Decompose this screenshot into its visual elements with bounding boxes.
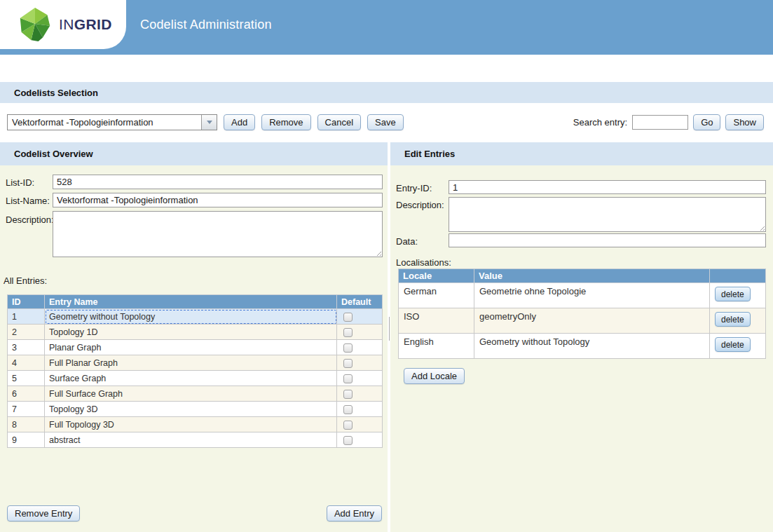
entry-row[interactable]: 6Full Surface Graph [8,386,383,402]
entry-row[interactable]: 5Surface Graph [8,371,383,386]
default-checkbox[interactable] [343,374,353,383]
entry-id-cell: 8 [8,417,45,432]
panel-divider [389,317,390,341]
locale-value-cell: Geometry without Topology [474,334,710,359]
codelists-selection-header: Codelists Selection [0,82,773,103]
locale-action-cell: delete [710,334,766,359]
save-button[interactable]: Save [367,114,404,130]
entry-name-column-header: Entry Name [45,295,337,309]
entry-row[interactable]: 9abstract [8,432,383,448]
remove-entry-button[interactable]: Remove Entry [7,505,80,521]
default-checkbox[interactable] [343,390,353,399]
add-button[interactable]: Add [224,114,255,130]
codelist-overview-title: Codelist Overview [14,149,93,159]
selection-controls: Add Remove Cancel Save Search entry: Go … [0,103,773,142]
app-header: INGRID Codelist Administration [0,0,773,55]
entry-name-cell[interactable]: Full Topology 3D [45,417,337,432]
entry-description-textarea[interactable] [449,197,766,232]
entry-id-input[interactable] [449,180,766,194]
description-textarea[interactable] [53,211,383,257]
entry-default-cell [337,432,383,448]
search-entry-input[interactable] [632,115,688,130]
entry-name-cell[interactable]: Geometry without Topology [45,309,337,325]
chevron-down-icon [207,121,212,124]
codelist-combobox[interactable] [7,114,217,130]
locale-column-header: Locale [399,269,474,283]
default-column-header: Default [337,295,383,309]
list-id-input[interactable] [53,175,383,189]
default-checkbox[interactable] [343,405,353,414]
delete-locale-button[interactable]: delete [715,312,751,327]
cancel-button[interactable]: Cancel [317,114,361,130]
add-entry-button[interactable]: Add Entry [327,505,382,521]
show-button[interactable]: Show [725,114,764,130]
go-button[interactable]: Go [693,114,720,130]
entry-name-cell[interactable]: Topology 3D [45,402,337,417]
default-checkbox[interactable] [343,436,353,445]
remove-button[interactable]: Remove [261,114,310,130]
all-entries-label: All Entries: [4,275,47,286]
codelist-overview-panel: Codelist Overview List-ID: List-Name: De… [0,142,388,532]
page-title: Codelist Administration [140,0,272,49]
entry-name-cell[interactable]: Surface Graph [45,371,337,386]
entry-id-cell: 2 [8,325,45,340]
entry-default-cell [337,371,383,386]
entry-row[interactable]: 1Geometry without Topology [8,309,383,325]
ingrid-logo[interactable]: INGRID [0,0,126,49]
entry-name-cell[interactable]: Full Planar Graph [45,355,337,371]
default-checkbox[interactable] [343,359,353,368]
entry-id-cell: 9 [8,432,45,448]
list-id-label: List-ID: [6,177,34,188]
list-name-input[interactable] [53,193,383,207]
locale-value-cell: Geometrie ohne Topologie [474,283,710,308]
localisations-label: Localisations: [396,257,451,268]
delete-locale-button[interactable]: delete [715,337,751,352]
entry-row[interactable]: 2Topology 1D [8,325,383,340]
entry-id-cell: 7 [8,402,45,417]
entry-name-cell[interactable]: Planar Graph [45,340,337,355]
entry-name-cell[interactable]: abstract [45,432,337,448]
add-locale-button[interactable]: Add Locale [404,368,465,384]
locale-cell: English [399,334,474,359]
default-checkbox[interactable] [343,328,353,337]
data-input[interactable] [449,233,766,247]
id-column-header: ID [8,295,45,309]
entry-row[interactable]: 7Topology 3D [8,402,383,417]
edit-entries-header: Edit Entries [390,142,773,165]
entry-row[interactable]: 4Full Planar Graph [8,355,383,371]
entry-name-cell[interactable]: Topology 1D [45,325,337,340]
codelist-actions: Add Remove Cancel Save [7,114,404,130]
entry-description-textarea-wrap [449,197,766,232]
codelist-administration-app: INGRID Codelist Administration Codelists… [0,0,773,532]
data-label: Data: [396,236,418,247]
entry-id-cell: 4 [8,355,45,371]
entry-row[interactable]: 8Full Topology 3D [8,417,383,432]
entries-table-body: 1Geometry without Topology2Topology 1D3P… [8,309,383,448]
codelists-selection-title: Codelists Selection [14,88,98,98]
entry-default-cell [337,340,383,355]
entry-description-label: Description: [396,200,444,210]
description-label: Description: [6,214,54,225]
codelist-combobox-input[interactable] [8,115,201,130]
search-controls: Search entry: Go Show [573,114,764,130]
edit-entries-panel: Edit Entries Entry-ID: Description: Data… [390,142,773,532]
locales-table-body: GermanGeometrie ohne TopologiedeleteISOg… [399,283,766,359]
localisations-table: Locale Value GermanGeometrie ohne Topolo… [398,268,766,359]
locale-value-cell: geometryOnly [474,308,710,334]
locale-row: GermanGeometrie ohne Topologiedelete [399,283,766,308]
locale-cell: ISO [399,308,474,334]
delete-locale-button[interactable]: delete [715,287,751,301]
edit-entries-title: Edit Entries [404,149,455,159]
combobox-dropdown-button[interactable] [201,115,217,130]
search-entry-label: Search entry: [573,117,627,128]
default-checkbox[interactable] [343,421,353,430]
default-checkbox[interactable] [343,313,353,322]
default-checkbox[interactable] [343,343,353,353]
entry-name-cell[interactable]: Full Surface Graph [45,386,337,402]
entry-id-label: Entry-ID: [396,183,432,193]
all-entries-table: ID Entry Name Default 1Geometry without … [7,294,383,448]
locale-action-cell: delete [710,283,766,308]
entry-default-cell [337,402,383,417]
entry-row[interactable]: 3Planar Graph [8,340,383,355]
locale-row: EnglishGeometry without Topologydelete [399,334,766,359]
